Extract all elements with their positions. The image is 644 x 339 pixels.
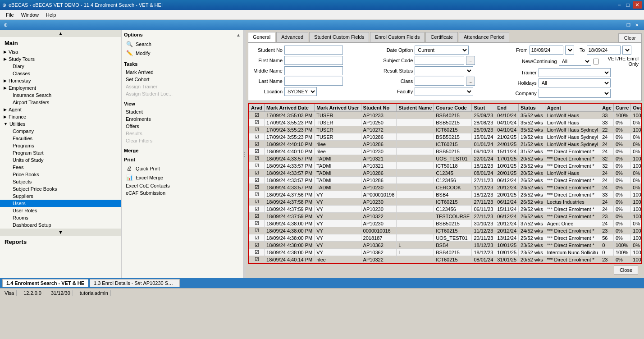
date-option-select[interactable]: Current [415,46,469,55]
from-date-input[interactable] [530,46,563,55]
sidebar-item-agent[interactable]: ▶ Agent [0,106,121,113]
subject-code-input[interactable] [415,56,464,65]
table-row[interactable]: ☑ 18/09/24 4:38:00 PM VY 0000010016 ICT6… [249,227,642,234]
table-row[interactable]: ☑ 18/09/24 4:37:59 PM VY AP10322 TESTCOU… [249,213,642,220]
tab-general[interactable]: General [248,32,275,42]
table-row[interactable]: ☑ 18/09/24 4:37:59 PM VY AP10230 C123456… [249,206,642,213]
bottom-tab-enrol-details[interactable]: 1.3 Enrol Details - S#: AP10230 Spears, … [90,279,180,287]
sidebar-item-faculties[interactable]: Faculties [0,135,121,142]
table-row[interactable]: ☑ 18/09/24 4:40:10 PM rilee AP10230 BSB5… [249,148,642,155]
menu-file[interactable]: File [2,11,18,18]
clear-button[interactable]: Clear [618,33,642,42]
table-row[interactable]: ☑ 17/09/24 3:55:23 PM TUSER AP10286 BSB5… [249,133,642,141]
sidebar-item-users[interactable]: Users [0,200,121,207]
view-offers[interactable]: Offers [124,123,241,130]
close-panel-button[interactable]: Close [614,266,638,275]
holidays-select[interactable]: All [539,78,611,87]
sidebar-scroll-up[interactable]: ▲ [0,30,121,37]
location-select[interactable]: SYDNEY [284,87,317,96]
student-no-input[interactable] [284,46,343,55]
sidebar-item-diary[interactable]: Diary [0,63,121,70]
sub-restore-button[interactable]: ❐ [625,22,632,28]
sidebar-item-price-books[interactable]: Price Books [0,171,121,178]
close-window-button[interactable]: ✕ [633,1,642,9]
sidebar-item-user-roles[interactable]: User Roles [0,207,121,214]
class-input[interactable] [415,77,464,86]
options-modify-item[interactable]: ✏️ Modify [124,49,241,58]
table-row[interactable]: ☑ 18/09/24 4:38:00 PM VY AP10362 L BSB40… [249,249,642,256]
bottom-tab-enrolment-search[interactable]: 1.4 Enrolment Search - VET & HE [2,279,88,287]
table-row[interactable]: ☑ 18/09/24 4:33:57 PM TADMI AP10321 ICT5… [249,162,642,170]
class-browse-button[interactable]: ... [466,77,475,86]
print-excel-merge[interactable]: 📊 Excel Merge [124,173,241,182]
table-row[interactable]: ☑ 17/09/24 3:55:03 PM TUSER AP10233 BSB4… [249,112,642,119]
first-name-input[interactable] [284,56,343,65]
table-row[interactable]: ☑ 17/09/24 3:55:23 PM TUSER AP10272 ICT6… [249,126,642,133]
table-row[interactable]: ☑ 18/09/24 4:40:14 PM rilee AP10322 ICT6… [249,256,642,263]
tab-student-custom-fields[interactable]: Student Custom Fields [309,32,369,42]
subject-code-browse-button[interactable]: ... [466,56,475,65]
sub-close-button[interactable]: ✕ [633,22,640,28]
new-continuing-select[interactable]: All [559,57,591,66]
table-row[interactable]: ☑ 18/09/24 4:38:00 PM VY 2018187 UOS_TES… [249,234,642,242]
sidebar-item-subject-price-books[interactable]: Subject Price Books [0,185,121,192]
tab-attendance-period[interactable]: Attendance Period [459,32,510,42]
vet-he-checkbox[interactable] [593,59,599,64]
print-quick-print[interactable]: 🖨 Quick Print [124,164,241,173]
to-date-input[interactable] [587,46,621,55]
sidebar-scroll-down[interactable]: ▼ [0,229,121,236]
table-row[interactable]: ☑ 18/09/24 4:33:57 PM TADMI AP10230 CERC… [249,184,642,191]
from-date-dropdown[interactable] [565,46,574,55]
view-student[interactable]: Student [124,108,241,115]
middle-name-input[interactable] [284,66,343,75]
print-ecaf[interactable]: eCAF Submission [124,189,241,197]
sidebar-item-insurance-search[interactable]: Insurance Search [0,92,121,99]
tab-advanced[interactable]: Advanced [276,32,308,42]
result-status-select[interactable] [415,66,473,75]
print-excel-coe[interactable]: Excel CoE Contacts [124,182,241,189]
last-name-input[interactable] [284,77,343,86]
to-date-dropdown[interactable] [622,46,631,55]
faculty-select[interactable] [415,87,473,96]
table-row[interactable]: ☑ 18/09/24 4:33:57 PM TADMI AP10321 UOS_… [249,155,642,162]
sidebar-item-suppliers[interactable]: Suppliers [0,192,121,200]
sidebar-item-airport-transfers[interactable]: Airport Transfers [0,99,121,106]
sidebar-item-homestay[interactable]: ▶ Homestay [0,77,121,84]
tab-certificate[interactable]: Certificate [425,32,458,42]
sidebar-item-finance[interactable]: ▶ Finance [0,113,121,120]
trainer-select[interactable] [539,68,611,77]
table-row[interactable]: ☑ 18/09/24 4:40:10 PM rilee AP10286 ICT6… [249,141,642,148]
sidebar-item-dashboard-setup[interactable]: Dashboard Setup [0,221,121,229]
sidebar-item-units-of-study[interactable]: Units of Study [0,156,121,164]
minimize-button[interactable]: − [616,1,623,9]
sidebar-item-utilities[interactable]: ▼ Utilities [0,120,121,128]
sidebar-item-program-start[interactable]: Program Start [0,149,121,156]
sidebar-item-study-tours[interactable]: ▶ Study Tours [0,55,121,63]
table-row[interactable]: ☑ 18/09/24 4:38:00 PM VY AP10230 BSB5021… [249,220,642,227]
table-row[interactable]: ☑ 18/09/24 4:37:58 PM VY AP10230 ICT6021… [249,198,642,206]
tab-enrol-custom-fields[interactable]: Enrol Custom Fields [370,32,425,42]
sidebar-item-employment[interactable]: ▶ Employment [0,84,121,92]
table-row[interactable]: ☑ 17/09/24 3:55:23 PM TUSER AP10250 BSB5… [249,119,642,126]
table-row[interactable]: ☑ 18/09/24 4:33:57 PM TADMI AP10286 C123… [249,177,642,184]
tasks-mark-arrived[interactable]: Mark Arrived [124,69,241,76]
view-enrolments[interactable]: Enrolments [124,115,241,123]
tasks-set-cohort[interactable]: Set Cohort [124,76,241,83]
options-collapse-btn[interactable]: ▲ [236,32,241,37]
maximize-button[interactable]: □ [624,1,632,9]
sub-minimize-button[interactable]: − [617,22,624,28]
table-row[interactable]: ☑ 18/09/24 4:38:00 PM VY AP10362 L BSB4 … [249,242,642,249]
options-search-item[interactable]: 🔍 Search [124,40,241,49]
sidebar-item-subjects[interactable]: Subjects [0,178,121,185]
sidebar-item-company[interactable]: Company [0,128,121,135]
sidebar-item-rooms[interactable]: Rooms [0,214,121,221]
menu-window[interactable]: Window [18,11,42,18]
sidebar-item-programs[interactable]: Programs [0,142,121,149]
menu-help[interactable]: Help [42,11,60,18]
table-row[interactable]: ☑ 18/09/24 4:33:57 PM TADMI AP10286 C123… [249,170,642,177]
sidebar-item-classes[interactable]: Classes [0,70,121,77]
table-row[interactable]: ☑ 18/09/24 4:37:56 PM VY AP000010198 BSB… [249,191,642,198]
company-select[interactable] [539,89,611,98]
sidebar-item-fees[interactable]: Fees [0,164,121,171]
sidebar-item-visa[interactable]: ▶ Visa [0,48,121,55]
